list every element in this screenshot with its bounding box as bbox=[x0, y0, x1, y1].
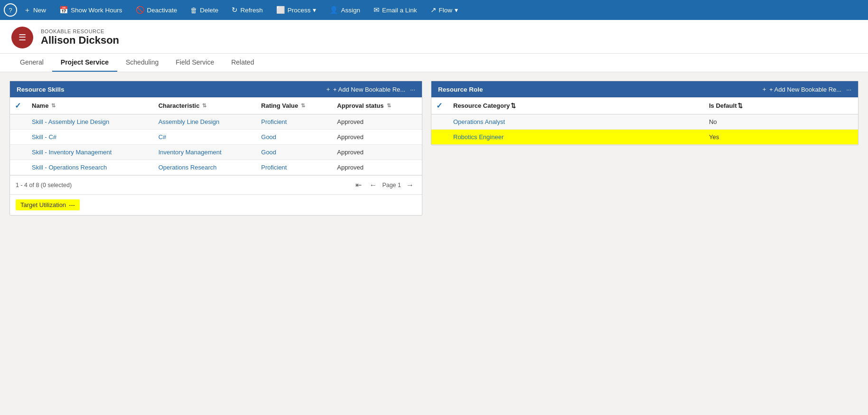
process-button[interactable]: ⬜ Process ▾ bbox=[270, 0, 323, 20]
skills-name-col-header[interactable]: Name ⇅ bbox=[27, 97, 154, 114]
new-label: New bbox=[33, 7, 46, 14]
skill-approval: Approved bbox=[332, 145, 422, 160]
flow-label: Flow bbox=[439, 7, 453, 14]
is-default-sort-icon[interactable]: ⇅ bbox=[737, 102, 743, 109]
skills-check-header[interactable]: ✓ bbox=[10, 97, 27, 114]
flow-chevron-icon: ▾ bbox=[455, 6, 458, 14]
record-header: ☰ BOOKABLE RESOURCE Allison Dickson bbox=[0, 20, 868, 54]
tab-related[interactable]: Related bbox=[223, 54, 262, 72]
tab-project-service[interactable]: Project Service bbox=[52, 54, 117, 72]
more-options-icon: ··· bbox=[410, 86, 415, 93]
deactivate-label: Deactivate bbox=[147, 7, 177, 14]
skill-name[interactable]: Skill - Assembly Line Design bbox=[27, 114, 154, 130]
approval-sort-icon[interactable]: ⇅ bbox=[387, 103, 391, 109]
name-sort-icon[interactable]: ⇅ bbox=[51, 103, 56, 109]
characteristic-sort-icon[interactable]: ⇅ bbox=[202, 103, 206, 109]
skills-approval-col-header[interactable]: Approval status ⇅ bbox=[332, 97, 422, 114]
tab-scheduling[interactable]: Scheduling bbox=[117, 54, 167, 72]
skills-table-row[interactable]: Skill - C# C# Good Approved bbox=[10, 130, 422, 145]
skills-table-row[interactable]: Skill - Inventory Management Inventory M… bbox=[10, 145, 422, 160]
pagination-bar: 1 - 4 of 8 (0 selected) ⇤ ← Page 1 → bbox=[10, 175, 422, 194]
delete-button[interactable]: 🗑 Delete bbox=[184, 0, 225, 20]
target-utilization-label: Target Utilization bbox=[20, 201, 66, 208]
prev-page-button[interactable]: ← bbox=[367, 180, 379, 190]
show-work-hours-label: Show Work Hours bbox=[71, 7, 122, 14]
skill-rating[interactable]: Proficient bbox=[256, 114, 332, 130]
skill-approval: Approved bbox=[332, 130, 422, 145]
first-page-button[interactable]: ⇤ bbox=[353, 179, 364, 190]
skill-row-check[interactable] bbox=[10, 130, 27, 145]
skill-name[interactable]: Skill - C# bbox=[27, 130, 154, 145]
new-button[interactable]: ＋ New bbox=[17, 0, 53, 20]
rating-sort-icon[interactable]: ⇅ bbox=[301, 103, 305, 109]
skills-table-row[interactable]: Skill - Operations Research Operations R… bbox=[10, 160, 422, 175]
new-icon: ＋ bbox=[24, 6, 31, 15]
role-more-options-button[interactable]: ··· bbox=[846, 86, 851, 93]
resource-role-title: Resource Role bbox=[438, 86, 483, 93]
role-is-default: Yes bbox=[704, 130, 858, 145]
skill-characteristic[interactable]: Operations Research bbox=[154, 160, 257, 175]
calendar-icon: 📅 bbox=[59, 6, 68, 14]
role-category[interactable]: Operations Analyst bbox=[448, 114, 704, 130]
role-is-default: No bbox=[704, 114, 858, 130]
skills-table-body: Skill - Assembly Line Design Assembly Li… bbox=[10, 114, 422, 175]
delete-icon: 🗑 bbox=[190, 6, 197, 14]
skills-characteristic-col-header[interactable]: Characteristic ⇅ bbox=[154, 97, 257, 114]
role-table-body: Operations Analyst No Robotics Engineer … bbox=[431, 114, 858, 145]
role-category[interactable]: Robotics Engineer bbox=[448, 130, 704, 145]
skills-table-row[interactable]: Skill - Assembly Line Design Assembly Li… bbox=[10, 114, 422, 130]
target-utilization-row: Target Utilization --- bbox=[10, 194, 422, 215]
skill-characteristic[interactable]: Assembly Line Design bbox=[154, 114, 257, 130]
process-icon: ⬜ bbox=[276, 6, 285, 14]
flow-button[interactable]: ↗ Flow ▾ bbox=[424, 0, 465, 20]
tab-general[interactable]: General bbox=[11, 54, 52, 72]
add-new-role-button[interactable]: ＋ + Add New Bookable Re... bbox=[761, 85, 841, 94]
tab-field-service[interactable]: Field Service bbox=[167, 54, 223, 72]
skills-rating-col-header[interactable]: Rating Value ⇅ bbox=[256, 97, 332, 114]
email-a-link-label: Email a Link bbox=[382, 7, 417, 14]
role-check-header[interactable]: ✓ bbox=[431, 97, 448, 114]
skill-rating[interactable]: Good bbox=[256, 145, 332, 160]
skill-row-check[interactable] bbox=[10, 160, 27, 175]
refresh-button[interactable]: ↻ Refresh bbox=[225, 0, 269, 20]
deactivate-button[interactable]: 🚫 Deactivate bbox=[129, 0, 184, 20]
entity-icon: ☰ bbox=[11, 27, 33, 48]
resource-category-col-header[interactable]: Resource Category ⇅ bbox=[448, 97, 704, 114]
show-work-hours-button[interactable]: 📅 Show Work Hours bbox=[53, 0, 129, 20]
skill-name[interactable]: Skill - Operations Research bbox=[27, 160, 154, 175]
help-button[interactable]: ? bbox=[4, 3, 17, 17]
email-icon: ✉ bbox=[373, 6, 380, 14]
role-row-check[interactable] bbox=[431, 114, 448, 130]
skill-rating[interactable]: Proficient bbox=[256, 160, 332, 175]
pagination-controls: ⇤ ← Page 1 → bbox=[353, 179, 416, 190]
skill-characteristic[interactable]: C# bbox=[154, 130, 257, 145]
role-table-row[interactable]: Operations Analyst No bbox=[431, 114, 858, 130]
add-role-icon: ＋ bbox=[761, 85, 767, 94]
skill-approval: Approved bbox=[332, 114, 422, 130]
toolbar: ? ＋ New 📅 Show Work Hours 🚫 Deactivate 🗑… bbox=[0, 0, 868, 20]
skill-name[interactable]: Skill - Inventory Management bbox=[27, 145, 154, 160]
skill-rating[interactable]: Good bbox=[256, 130, 332, 145]
main-content: Resource Skills ＋ + Add New Bookable Re.… bbox=[0, 72, 868, 224]
resource-category-sort-icon[interactable]: ⇅ bbox=[511, 102, 516, 109]
assign-button[interactable]: 👤 Assign bbox=[323, 0, 367, 20]
entity-icon-symbol: ☰ bbox=[19, 32, 26, 43]
refresh-label: Refresh bbox=[240, 7, 262, 14]
assign-icon: 👤 bbox=[329, 6, 338, 14]
pagination-info: 1 - 4 of 8 (0 selected) bbox=[16, 182, 72, 189]
target-utilization-badge: Target Utilization --- bbox=[16, 199, 80, 210]
resource-skills-title: Resource Skills bbox=[17, 86, 65, 93]
role-more-icon: ··· bbox=[846, 86, 851, 93]
skill-more-options-button[interactable]: ··· bbox=[410, 86, 415, 93]
skill-characteristic[interactable]: Inventory Management bbox=[154, 145, 257, 160]
resource-skills-header: Resource Skills ＋ + Add New Bookable Re.… bbox=[10, 81, 422, 97]
role-row-check[interactable] bbox=[431, 130, 448, 145]
skill-row-check[interactable] bbox=[10, 145, 27, 160]
add-skill-label: + Add New Bookable Re... bbox=[333, 86, 405, 93]
email-a-link-button[interactable]: ✉ Email a Link bbox=[367, 0, 424, 20]
is-default-col-header[interactable]: Is Default ⇅ bbox=[704, 97, 858, 114]
next-page-button[interactable]: → bbox=[404, 180, 416, 190]
add-new-skill-button[interactable]: ＋ + Add New Bookable Re... bbox=[325, 85, 405, 94]
role-table-row[interactable]: Robotics Engineer Yes bbox=[431, 130, 858, 145]
skill-row-check[interactable] bbox=[10, 114, 27, 130]
